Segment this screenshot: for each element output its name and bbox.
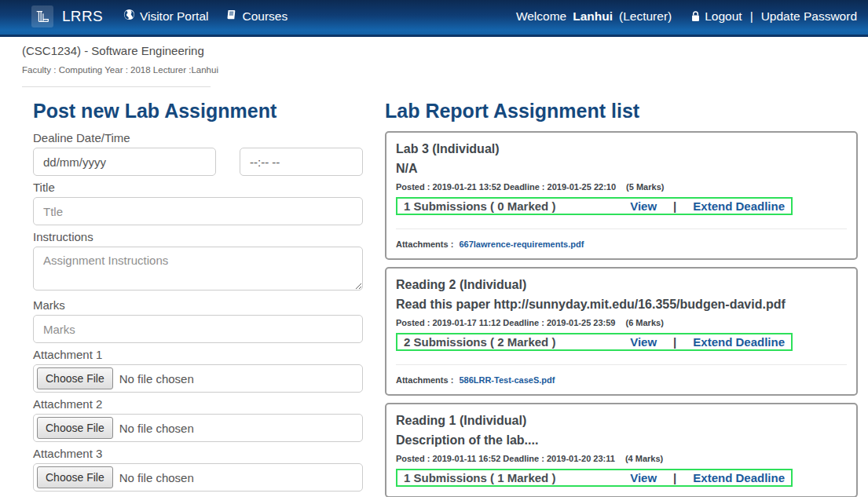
attachment-file-link[interactable]: 667lawrence-requirements.pdf bbox=[459, 239, 584, 249]
attachment-3-label: Attachment 3 bbox=[33, 447, 363, 460]
username: Lanhui bbox=[573, 9, 613, 24]
welcome-label: Welcome bbox=[516, 9, 566, 24]
attachment-3-file-status: No file chosen bbox=[119, 471, 194, 484]
assignment-card: Lab 3 (Individual) N/A Posted : 2019-01-… bbox=[385, 131, 858, 260]
marks-text: (5 Marks) bbox=[626, 182, 664, 192]
assignment-card: Reading 1 (Individual) Description of th… bbox=[385, 403, 858, 497]
attachment-3-choose-file-button[interactable]: Choose File bbox=[37, 466, 113, 488]
attachment-2-label: Attachment 2 bbox=[33, 397, 363, 411]
view-link[interactable]: View bbox=[630, 335, 657, 349]
user-role: (Lecturer) bbox=[619, 9, 672, 24]
nav-visitor-portal-label: Visitor Portal bbox=[140, 9, 209, 24]
globe-icon bbox=[123, 9, 135, 24]
attachment-file-link[interactable]: 586LRR-Test-caseS.pdf bbox=[459, 375, 555, 385]
assignment-description: Read this paper http://sunnyday.mit.edu/… bbox=[396, 294, 847, 314]
attachment-2-choose-file-button[interactable]: Choose File bbox=[37, 417, 113, 439]
attachments-row: Attachments : 667lawrence-requirements.p… bbox=[396, 239, 847, 249]
link-separator: | bbox=[673, 335, 676, 349]
page-content: (CSC1234) - Software Engineering Faculty… bbox=[0, 37, 868, 497]
view-link[interactable]: View bbox=[630, 199, 657, 213]
instructions-textarea[interactable] bbox=[33, 247, 363, 291]
attachment-2-file-status: No file chosen bbox=[119, 422, 194, 435]
navbar-separator: | bbox=[750, 9, 753, 24]
deadline-label: Dealine Date/Time bbox=[33, 131, 363, 144]
attachment-1-file-status: No file chosen bbox=[119, 372, 194, 386]
logout-link[interactable]: Logout bbox=[705, 9, 742, 24]
assignment-title: Lab 3 (Individual) bbox=[396, 139, 847, 159]
marks-text: (4 Marks) bbox=[625, 454, 663, 463]
link-separator: | bbox=[673, 199, 676, 213]
posted-deadline-text: Posted : 2019-01-21 13:52 Deadline : 201… bbox=[396, 182, 616, 192]
assignment-description: Description of the lab.... bbox=[396, 430, 847, 450]
assignment-title: Reading 1 (Individual) bbox=[396, 411, 847, 430]
submissions-bar: 2 Submissions ( 2 Marked ) View | Extend… bbox=[396, 333, 793, 351]
lock-icon bbox=[690, 10, 701, 22]
assignment-meta: Posted : 2019-01-11 16:52 Deadline : 201… bbox=[396, 454, 847, 463]
attachment-1-choose-file-button[interactable]: Choose File bbox=[37, 367, 113, 389]
deadline-date-input[interactable] bbox=[33, 148, 216, 176]
extend-deadline-link[interactable]: Extend Deadline bbox=[693, 199, 785, 213]
nav-courses[interactable]: Courses bbox=[225, 9, 288, 24]
nav-visitor-portal[interactable]: Visitor Portal bbox=[123, 9, 209, 24]
attachments-row: Attachments : 586LRR-Test-caseS.pdf bbox=[396, 375, 847, 385]
assignment-meta: Posted : 2019-01-21 13:52 Deadline : 201… bbox=[396, 182, 847, 192]
posted-deadline-text: Posted : 2019-01-17 11:12 Deadline : 201… bbox=[396, 318, 615, 327]
deadline-time-input[interactable] bbox=[240, 148, 363, 176]
view-link[interactable]: View bbox=[630, 471, 657, 484]
submissions-count: 1 Submissions ( 1 Marked ) bbox=[404, 471, 555, 484]
assignment-description: N/A bbox=[396, 159, 847, 178]
top-navbar: LRRS Visitor Portal Courses Welcome Lanh… bbox=[0, 0, 868, 37]
assignment-card: Reading 2 (Individual) Read this paper h… bbox=[385, 267, 858, 396]
post-assignment-heading: Post new Lab Assignment bbox=[33, 100, 363, 122]
nav-courses-label: Courses bbox=[242, 9, 288, 24]
lrrs-logo-icon bbox=[31, 5, 53, 27]
extend-deadline-link[interactable]: Extend Deadline bbox=[693, 335, 785, 349]
assignment-title: Reading 2 (Individual) bbox=[396, 275, 847, 294]
link-separator: | bbox=[673, 471, 676, 484]
post-assignment-panel: Post new Lab Assignment Dealine Date/Tim… bbox=[33, 87, 363, 492]
attachment-2-file-input[interactable]: Choose File No file chosen bbox=[33, 414, 363, 442]
navbar-right: Welcome Lanhui (Lecturer) Logout | Updat… bbox=[516, 9, 857, 24]
attachments-label: Attachments : bbox=[396, 239, 453, 249]
posted-deadline-text: Posted : 2019-01-11 16:52 Deadline : 201… bbox=[396, 454, 615, 463]
title-label: Title bbox=[33, 181, 363, 194]
brand-link[interactable]: LRRS bbox=[31, 5, 103, 27]
card-divider bbox=[396, 228, 847, 229]
submissions-count: 2 Submissions ( 2 Marked ) bbox=[404, 335, 555, 349]
submissions-count: 1 Submissions ( 0 Marked ) bbox=[404, 199, 555, 213]
title-input[interactable] bbox=[33, 197, 363, 225]
attachment-3-file-input[interactable]: Choose File No file chosen bbox=[33, 463, 363, 492]
attachment-1-label: Attachment 1 bbox=[33, 348, 363, 361]
course-title: (CSC1234) - Software Engineering bbox=[22, 44, 858, 57]
marks-label: Marks bbox=[33, 298, 363, 312]
assignment-meta: Posted : 2019-01-17 11:12 Deadline : 201… bbox=[396, 318, 847, 327]
attachment-1-file-input[interactable]: Choose File No file chosen bbox=[33, 364, 363, 393]
card-divider bbox=[396, 364, 847, 365]
book-icon bbox=[225, 9, 237, 24]
submissions-bar: 1 Submissions ( 0 Marked ) View | Extend… bbox=[396, 197, 793, 215]
update-password-link[interactable]: Update Password bbox=[761, 9, 857, 24]
brand-text: LRRS bbox=[62, 8, 103, 25]
attachments-label: Attachments : bbox=[396, 375, 453, 385]
submissions-bar: 1 Submissions ( 1 Marked ) View | Extend… bbox=[396, 469, 793, 487]
instructions-label: Instructions bbox=[33, 230, 363, 243]
extend-deadline-link[interactable]: Extend Deadline bbox=[693, 471, 785, 484]
assignment-list-heading: Lab Report Assignment list bbox=[385, 100, 858, 122]
marks-input[interactable] bbox=[33, 315, 363, 343]
course-subtitle: Faculty : Computing Year : 2018 Lecturer… bbox=[22, 65, 858, 75]
marks-text: (6 Marks) bbox=[626, 318, 664, 327]
assignment-list-panel: Lab Report Assignment list Lab 3 (Indivi… bbox=[385, 87, 858, 497]
